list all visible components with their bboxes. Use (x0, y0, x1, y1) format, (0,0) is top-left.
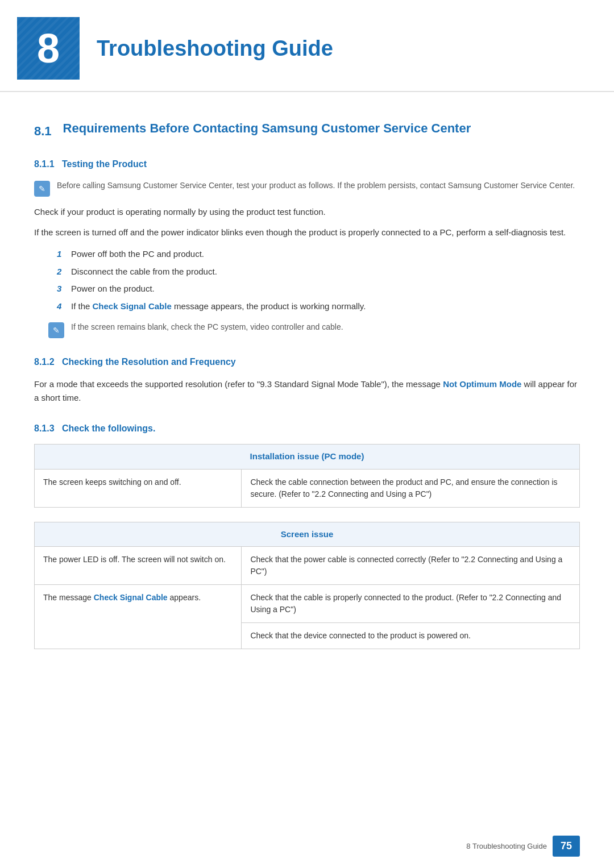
section-8-1: 8.1 Requirements Before Contacting Samsu… (34, 121, 580, 140)
screen-table-header: Screen issue (35, 522, 580, 547)
note-2-text: If the screen remains blank, check the P… (71, 321, 343, 333)
step-2-text: Disconnect the cable from the product. (71, 265, 217, 279)
section-8-1-2-body: For a mode that exceeds the supported re… (34, 377, 580, 405)
body-text-1: Check if your product is operating norma… (34, 205, 580, 219)
installation-solution-1: Check the cable connection between the p… (242, 469, 580, 507)
screen-issue-1: The power LED is off. The screen will no… (35, 547, 242, 585)
section-8-1-title: Requirements Before Contacting Samsung C… (63, 121, 471, 137)
note-1-text: Before calling Samsung Customer Service … (57, 180, 575, 192)
chapter-number: 8 (17, 17, 80, 80)
section-8-1-2: 8.1.2 Checking the Resolution and Freque… (34, 355, 580, 405)
footer-page: 75 (553, 836, 580, 857)
header: 8 Troubleshooting Guide (0, 0, 614, 92)
step-1: 1 Power off both the PC and product. (57, 248, 580, 261)
section-8-1-number: 8.1 (34, 121, 52, 140)
screen-issue-2: The message Check Signal Cable appears. (35, 585, 242, 649)
table-row: The screen keeps switching on and off. C… (35, 469, 580, 507)
footer: 8 Troubleshooting Guide 75 (466, 836, 580, 857)
step-2: 2 Disconnect the cable from the product. (57, 265, 580, 279)
section-8-1-1-heading: 8.1.1 Testing the Product (34, 157, 580, 171)
table-row: The power LED is off. The screen will no… (35, 547, 580, 585)
note-2: If the screen remains blank, check the P… (48, 321, 580, 338)
main-content: 8.1 Requirements Before Contacting Samsu… (0, 109, 614, 709)
section-8-1-3: 8.1.3 Check the followings. Installation… (34, 422, 580, 649)
installation-table: Installation issue (PC mode) The screen … (34, 444, 580, 508)
section-8-1-3-heading: 8.1.3 Check the followings. (34, 422, 580, 435)
table-row: The message Check Signal Cable appears. … (35, 585, 580, 649)
note-icon-2 (48, 322, 64, 338)
note-1: Before calling Samsung Customer Service … (34, 180, 580, 197)
screen-solution-1: Check that the power cable is connected … (242, 547, 580, 585)
section-8-1-2-heading: 8.1.2 Checking the Resolution and Freque… (34, 355, 580, 369)
section-8-1-1: 8.1.1 Testing the Product Before calling… (34, 157, 580, 338)
step-3: 3 Power on the product. (57, 283, 580, 296)
installation-table-header: Installation issue (PC mode) (35, 445, 580, 470)
step-3-text: Power on the product. (71, 283, 155, 296)
note-icon-1 (34, 181, 50, 197)
screen-solution-2: Check that the cable is properly connect… (242, 585, 580, 649)
chapter-title: Troubleshooting Guide (97, 32, 333, 65)
step-1-text: Power off both the PC and product. (71, 248, 204, 261)
step-4: 4 If the Check Signal Cable message appe… (57, 300, 580, 313)
installation-issue-1: The screen keeps switching on and off. (35, 469, 242, 507)
steps-list: 1 Power off both the PC and product. 2 D… (57, 248, 580, 313)
footer-text: 8 Troubleshooting Guide (466, 841, 547, 852)
body-text-2: If the screen is turned off and the powe… (34, 226, 580, 239)
step-4-text: If the Check Signal Cable message appear… (71, 300, 366, 313)
screen-table: Screen issue The power LED is off. The s… (34, 522, 580, 650)
